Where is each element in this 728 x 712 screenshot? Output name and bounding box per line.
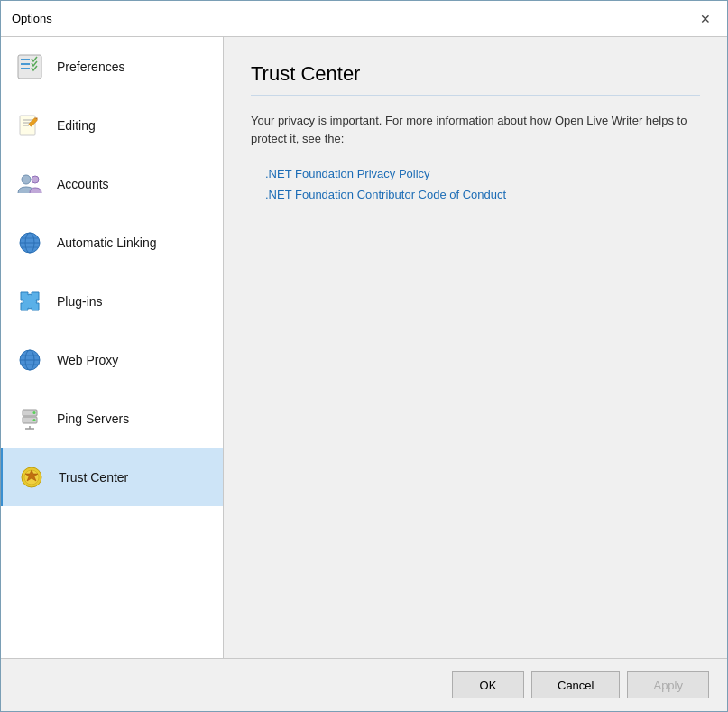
sidebar-item-automatic-linking[interactable]: Automatic Linking (1, 213, 223, 272)
svg-rect-2 (21, 63, 30, 65)
editing-icon (15, 111, 44, 140)
options-dialog: Options ✕ Preferences (0, 0, 728, 712)
accounts-icon (15, 170, 44, 199)
svg-point-25 (33, 419, 36, 421)
trust-center-icon (17, 463, 46, 492)
sidebar-item-label-editing: Editing (57, 118, 96, 133)
sidebar-item-label-ping-servers: Ping Servers (57, 411, 129, 426)
sidebar-item-accounts[interactable]: Accounts (1, 154, 223, 213)
sidebar-item-plug-ins[interactable]: Plug-ins (1, 272, 223, 330)
svg-rect-3 (21, 68, 30, 69)
dialog-title: Options (12, 12, 52, 25)
sidebar-item-label-plug-ins: Plug-ins (57, 294, 103, 309)
content-description: Your privacy is important. For more info… (251, 112, 700, 147)
sidebar-item-label-automatic-linking: Automatic Linking (57, 236, 157, 250)
svg-point-11 (32, 176, 39, 183)
svg-rect-1 (21, 59, 30, 60)
plug-ins-icon (15, 287, 44, 316)
apply-button[interactable]: Apply (627, 671, 709, 698)
web-proxy-icon (15, 346, 44, 374)
contributor-code-link[interactable]: .NET Foundation Contributor Code of Cond… (265, 188, 700, 201)
dialog-body: Preferences Editing (1, 37, 727, 658)
sidebar-item-label-web-proxy: Web Proxy (57, 353, 118, 367)
svg-point-24 (33, 411, 36, 414)
close-button[interactable]: ✕ (695, 8, 716, 30)
content-area: Trust Center Your privacy is important. … (224, 37, 727, 658)
preferences-icon (15, 52, 44, 81)
sidebar-item-label-trust-center: Trust Center (59, 470, 128, 485)
sidebar-item-label-accounts: Accounts (57, 177, 109, 191)
sidebar-item-editing[interactable]: Editing (1, 96, 223, 154)
sidebar-item-web-proxy[interactable]: Web Proxy (1, 330, 223, 389)
ping-servers-icon (15, 404, 44, 433)
sidebar-item-trust-center[interactable]: Trust Center (1, 448, 223, 506)
dialog-footer: OK Cancel Apply (1, 658, 727, 711)
ok-button[interactable]: OK (452, 671, 524, 698)
sidebar-item-preferences[interactable]: Preferences (1, 37, 223, 96)
sidebar-item-ping-servers[interactable]: Ping Servers (1, 389, 223, 448)
content-title: Trust Center (251, 62, 700, 96)
svg-rect-0 (18, 55, 41, 79)
sidebar: Preferences Editing (1, 37, 224, 658)
cancel-button[interactable]: Cancel (531, 671, 620, 698)
automatic-linking-icon (15, 228, 44, 257)
title-bar: Options ✕ (1, 1, 727, 37)
svg-point-10 (22, 175, 31, 184)
sidebar-item-label-preferences: Preferences (57, 60, 124, 74)
privacy-policy-link[interactable]: .NET Foundation Privacy Policy (265, 167, 700, 180)
